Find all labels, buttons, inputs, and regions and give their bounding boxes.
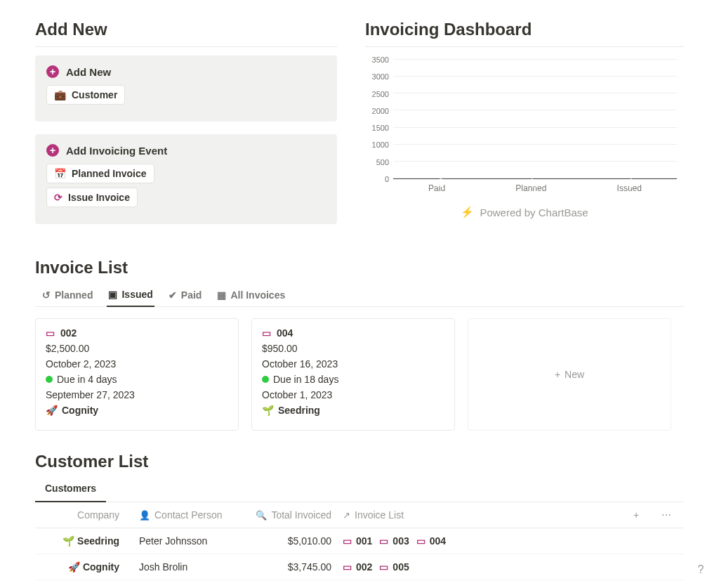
briefcase-icon: 💼 [54, 89, 66, 100]
tab-customers[interactable]: Customers [35, 476, 106, 502]
tab-paid[interactable]: ✔ Paid [167, 283, 204, 306]
rocket-icon: 🚀 [46, 405, 58, 416]
invoice-list-section: Invoice List ↺ Planned ▣ Issued ✔ Paid ▦… [35, 258, 684, 431]
add-new-card: + Add New 💼 Customer [35, 55, 337, 122]
invoice-due-date: October 2, 2023 [46, 358, 228, 370]
bar-value-label: 2745 [530, 169, 540, 188]
invoice-list-heading: Invoice List [35, 258, 684, 277]
powered-by-label: Powered by ChartBase [480, 207, 588, 218]
y-tick: 2500 [372, 90, 389, 98]
y-tick: 3000 [372, 72, 389, 81]
invoice-chip[interactable]: ▭002 [343, 561, 372, 573]
invoice-id: 004 [277, 327, 293, 339]
y-tick: 1000 [372, 141, 389, 149]
invoice-icon: ▭ [416, 535, 426, 547]
dashboard-heading: Invoicing Dashboard [365, 20, 684, 47]
help-button[interactable]: ? [692, 561, 709, 578]
table-icon: ▦ [217, 289, 226, 301]
invoice-due-in: Due in 18 days [273, 374, 338, 385]
tab-paid-label: Paid [181, 289, 202, 301]
add-invoicing-event-card: + Add Invoicing Event 📅 Planned Invoice … [35, 134, 337, 224]
col-invoices: ↗Invoice List [337, 502, 628, 528]
invoice-issue-date: October 1, 2023 [262, 389, 444, 400]
company-name: Cognity [83, 561, 119, 573]
status-dot-icon [46, 376, 53, 383]
invoice-chip[interactable]: ▭001 [343, 535, 372, 547]
calendar-icon: 📅 [54, 168, 66, 179]
clock-icon: ↺ [42, 289, 51, 301]
invoice-company: 🌱Seedring [262, 405, 444, 416]
seed-icon: 🌱 [262, 405, 274, 416]
customer-list-section: Customer List Customers Company 👤Contact… [35, 452, 684, 588]
invoice-chip[interactable]: ▭003 [379, 535, 409, 547]
issue-invoice-button[interactable]: ⟳ Issue Invoice [46, 188, 138, 207]
total-invoiced: $5,010.00 [246, 528, 337, 554]
tab-all-label: All Invoices [230, 289, 285, 301]
invoice-company: 🚀Cognity [46, 405, 228, 416]
bolt-icon: ⚡ [461, 206, 474, 218]
plus-icon: + [46, 65, 59, 78]
issue-invoice-label: Issue Invoice [68, 192, 130, 203]
company-name: Seedring [77, 535, 119, 547]
add-new-title: Add New [66, 66, 111, 78]
invoice-amount: $950.00 [262, 343, 444, 354]
invoice-tabs: ↺ Planned ▣ Issued ✔ Paid ▦ All Invoices [35, 282, 684, 307]
planned-invoice-button[interactable]: 📅 Planned Invoice [46, 164, 154, 183]
check-icon: ✔ [169, 289, 177, 301]
plus-icon: + [46, 144, 59, 157]
issue-icon: ⟳ [54, 192, 62, 203]
invoice-card[interactable]: ▭002$2,500.00October 2, 2023Due in 4 day… [35, 318, 239, 431]
new-invoice-button[interactable]: +New [468, 318, 671, 431]
powered-by: ⚡ Powered by ChartBase [365, 206, 684, 218]
invoice-due-in: Due in 4 days [57, 374, 117, 385]
arrow-icon: ↗ [343, 510, 350, 521]
col-total: 🔍Total Invoiced [246, 502, 337, 528]
contact-name: Peter Johnsson [133, 528, 246, 554]
add-column-button[interactable]: + [628, 502, 656, 528]
contact-name: Josh Brolin [133, 554, 246, 580]
invoice-chip[interactable]: ▭004 [416, 535, 446, 547]
tab-issued-label: Issued [121, 289, 152, 300]
y-tick: 3500 [372, 55, 389, 64]
col-contact: 👤Contact Person [133, 502, 246, 528]
search-icon: 🔍 [256, 510, 267, 521]
invoice-id: 002 [60, 327, 77, 339]
invoice-icon: ▭ [379, 561, 388, 573]
issued-icon: ▣ [108, 289, 117, 300]
add-new-heading: Add New [35, 20, 337, 47]
seed-icon: 🌱 [62, 535, 74, 547]
invoice-issue-date: September 27, 2023 [46, 389, 228, 400]
tab-planned[interactable]: ↺ Planned [41, 283, 94, 306]
invoice-icon: ▭ [379, 535, 388, 547]
col-company: Company [35, 502, 133, 528]
y-tick: 0 [385, 175, 389, 183]
customer-table: Company 👤Contact Person 🔍Total Invoiced … [35, 502, 684, 588]
status-dot-icon [262, 376, 269, 383]
bar-value-label: 2560 [435, 169, 445, 188]
y-tick: 500 [376, 158, 389, 166]
invoice-card[interactable]: ▭004$950.00October 16, 2023Due in 18 day… [251, 318, 455, 431]
planned-invoice-label: Planned Invoice [72, 168, 147, 179]
total-invoiced: $3,745.00 [246, 554, 337, 580]
table-row[interactable]: 🌱 SeedringPeter Johnsson$5,010.00▭001▭00… [35, 528, 684, 554]
customer-list-heading: Customer List [35, 452, 684, 471]
y-tick: 1500 [372, 124, 389, 132]
person-icon: 👤 [139, 510, 150, 521]
customer-button[interactable]: 💼 Customer [46, 85, 125, 105]
table-row[interactable]: 🚀 CognityJosh Brolin$3,745.00▭002▭005 [35, 554, 684, 580]
new-customer-button[interactable]: + New [35, 580, 684, 589]
rocket-icon: 🚀 [68, 561, 80, 573]
more-columns-button[interactable]: ⋯ [656, 502, 684, 528]
invoice-icon: ▭ [262, 327, 271, 339]
invoice-icon: ▭ [343, 561, 352, 573]
tab-all-invoices[interactable]: ▦ All Invoices [216, 283, 286, 306]
y-tick: 2000 [372, 107, 389, 115]
invoice-icon: ▭ [343, 535, 352, 547]
bar-chart: 0500100015002000250030003500 25602745345… [365, 55, 684, 218]
plus-icon: + [555, 369, 560, 380]
customer-button-label: Customer [72, 89, 117, 100]
tab-issued[interactable]: ▣ Issued [107, 283, 154, 307]
invoice-chip[interactable]: ▭005 [379, 561, 409, 573]
invoice-icon: ▭ [46, 327, 55, 339]
invoice-amount: $2,500.00 [46, 343, 228, 354]
